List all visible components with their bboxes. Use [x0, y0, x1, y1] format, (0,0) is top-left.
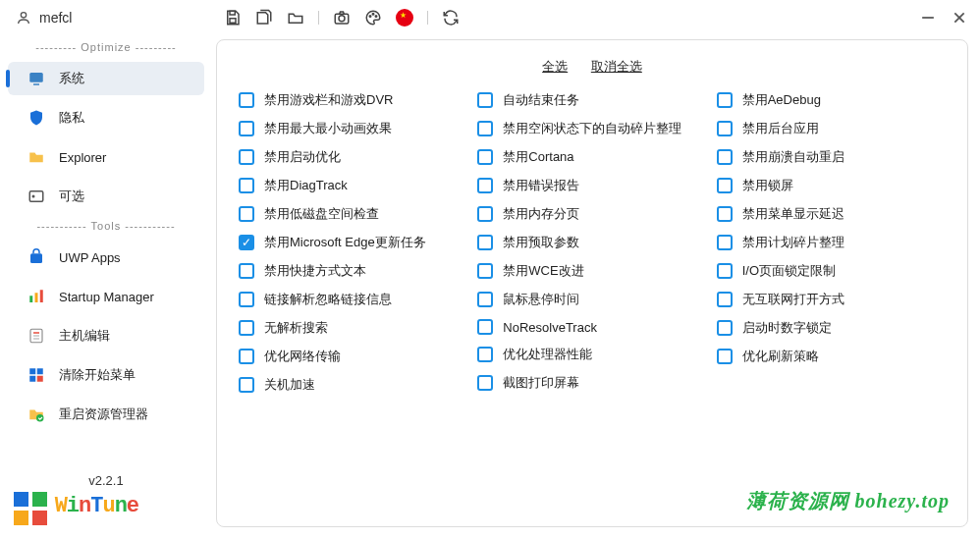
option-label: 截图打印屏幕 [503, 374, 579, 392]
option-checkbox[interactable]: 禁用DiagTrack [239, 177, 467, 194]
svg-rect-17 [35, 293, 38, 302]
option-checkbox[interactable]: 禁用AeDebug [717, 91, 946, 109]
checkbox-icon[interactable] [717, 178, 733, 193]
restart-icon [27, 405, 45, 423]
option-checkbox[interactable]: 优化刷新策略 [717, 348, 946, 365]
checkbox-icon[interactable] [239, 235, 254, 250]
checkbox-icon[interactable] [477, 92, 493, 108]
checkbox-icon[interactable] [239, 263, 254, 279]
checkbox-icon[interactable] [477, 292, 493, 307]
option-label: 禁用快捷方式文本 [264, 262, 366, 280]
sidebar-item-label: UWP Apps [59, 250, 121, 265]
option-checkbox[interactable]: 禁用Cortana [477, 148, 706, 166]
option-checkbox[interactable]: 禁用后台应用 [717, 120, 946, 137]
checkbox-icon[interactable] [477, 178, 493, 193]
checkbox-icon[interactable] [239, 320, 254, 336]
svg-rect-2 [230, 11, 235, 15]
sidebar-item-restart-explorer[interactable]: 重启资源管理器 [8, 398, 204, 431]
option-checkbox[interactable]: 禁用菜单显示延迟 [717, 205, 946, 223]
checkbox-icon[interactable] [717, 349, 733, 364]
checkbox-icon[interactable] [477, 149, 493, 165]
language-flag-icon[interactable] [396, 9, 413, 27]
option-label: 启动时数字锁定 [742, 319, 832, 337]
option-checkbox[interactable]: 禁用空闲状态下的自动碎片整理 [477, 120, 706, 137]
option-checkbox[interactable]: 禁用启动优化 [239, 148, 467, 166]
checkbox-icon[interactable] [717, 320, 733, 336]
options-column-3: 禁用AeDebug禁用后台应用禁用崩溃自动重启禁用锁屏禁用菜单显示延迟禁用计划碎… [717, 91, 946, 394]
option-checkbox[interactable]: 关机加速 [239, 376, 467, 394]
option-checkbox[interactable]: 禁用低磁盘空间检查 [239, 205, 467, 223]
option-checkbox[interactable]: 链接解析忽略链接信息 [239, 291, 467, 308]
option-label: 禁用崩溃自动重启 [742, 148, 844, 166]
checkbox-icon[interactable] [477, 263, 493, 279]
option-checkbox[interactable]: 禁用最大最小动画效果 [239, 120, 467, 137]
option-checkbox[interactable]: 自动结束任务 [477, 91, 706, 109]
option-checkbox[interactable]: 无解析搜索 [239, 319, 467, 337]
camera-icon[interactable] [333, 9, 351, 27]
option-label: 优化网络传输 [264, 348, 341, 365]
sidebar-item-startup[interactable]: Startup Manager [8, 280, 204, 313]
checkbox-icon[interactable] [717, 263, 733, 279]
option-checkbox[interactable]: 无互联网打开方式 [717, 291, 946, 308]
checkbox-icon[interactable] [717, 206, 733, 222]
sidebar-item-label: 清除开始菜单 [59, 366, 136, 384]
option-checkbox[interactable]: 禁用预取参数 [477, 234, 706, 251]
checkbox-icon[interactable] [477, 375, 493, 391]
sidebar-item-host[interactable]: 主机编辑 [8, 319, 204, 352]
select-all-link[interactable]: 全选 [542, 59, 568, 74]
sidebar-item-label: 可选 [59, 188, 84, 205]
save-icon[interactable] [224, 9, 242, 27]
option-checkbox[interactable]: 禁用锁屏 [717, 177, 946, 194]
option-checkbox[interactable]: 禁用计划碎片整理 [717, 234, 946, 251]
sidebar-item-uwp[interactable]: UWP Apps [8, 241, 204, 274]
checkbox-icon[interactable] [239, 206, 254, 222]
checkbox-icon[interactable] [477, 121, 493, 136]
option-checkbox[interactable]: 优化网络传输 [239, 348, 467, 365]
checkbox-icon[interactable] [239, 178, 254, 193]
option-checkbox[interactable]: 禁用快捷方式文本 [239, 262, 467, 280]
checkbox-icon[interactable] [477, 319, 493, 335]
option-checkbox[interactable]: NoResolveTrack [477, 319, 706, 335]
option-checkbox[interactable]: 禁用Microsoft Edge更新任务 [239, 234, 467, 251]
checkbox-icon[interactable] [477, 235, 493, 250]
palette-icon[interactable] [364, 9, 382, 27]
minimize-button[interactable] [921, 11, 935, 25]
option-label: 禁用WCE改进 [503, 262, 583, 280]
sidebar-item-system[interactable]: 系统 [8, 62, 204, 95]
checkbox-icon[interactable] [239, 92, 254, 108]
checkbox-icon[interactable] [239, 149, 254, 165]
checkbox-icon[interactable] [717, 292, 733, 307]
checkbox-icon[interactable] [239, 121, 254, 136]
checkbox-icon[interactable] [477, 347, 493, 362]
option-checkbox[interactable]: 鼠标悬停时间 [477, 291, 706, 308]
option-checkbox[interactable]: 优化处理器性能 [477, 346, 706, 363]
option-label: 关机加速 [264, 376, 315, 394]
option-checkbox[interactable]: 启动时数字锁定 [717, 319, 946, 337]
option-checkbox[interactable]: I/O页面锁定限制 [717, 262, 946, 280]
sidebar-item-explorer[interactable]: Explorer [8, 140, 204, 174]
checkbox-icon[interactable] [717, 121, 733, 136]
checkbox-icon[interactable] [717, 92, 733, 108]
svg-rect-26 [37, 376, 43, 382]
open-folder-icon[interactable] [287, 9, 304, 27]
close-button[interactable] [953, 11, 966, 25]
option-checkbox[interactable]: 截图打印屏幕 [477, 374, 706, 392]
sidebar: --------- Optimize --------- 系统 隐私 Explo… [0, 35, 212, 539]
sidebar-item-clear-start[interactable]: 清除开始菜单 [8, 358, 204, 392]
deselect-all-link[interactable]: 取消全选 [591, 59, 642, 74]
checkbox-icon[interactable] [717, 235, 733, 250]
option-checkbox[interactable]: 禁用崩溃自动重启 [717, 148, 946, 166]
sidebar-item-privacy[interactable]: 隐私 [8, 101, 204, 135]
checkbox-icon[interactable] [239, 377, 254, 393]
checkbox-icon[interactable] [717, 149, 733, 165]
option-checkbox[interactable]: 禁用游戏栏和游戏DVR [239, 91, 467, 109]
checkbox-icon[interactable] [239, 349, 254, 364]
sidebar-item-optional[interactable]: 可选 [8, 180, 204, 213]
option-checkbox[interactable]: 禁用错误报告 [477, 177, 706, 194]
checkbox-icon[interactable] [477, 206, 493, 222]
save-all-icon[interactable] [255, 9, 273, 27]
checkbox-icon[interactable] [239, 292, 254, 307]
option-checkbox[interactable]: 禁用内存分页 [477, 205, 706, 223]
option-checkbox[interactable]: 禁用WCE改进 [477, 262, 706, 280]
refresh-icon[interactable] [442, 9, 460, 27]
